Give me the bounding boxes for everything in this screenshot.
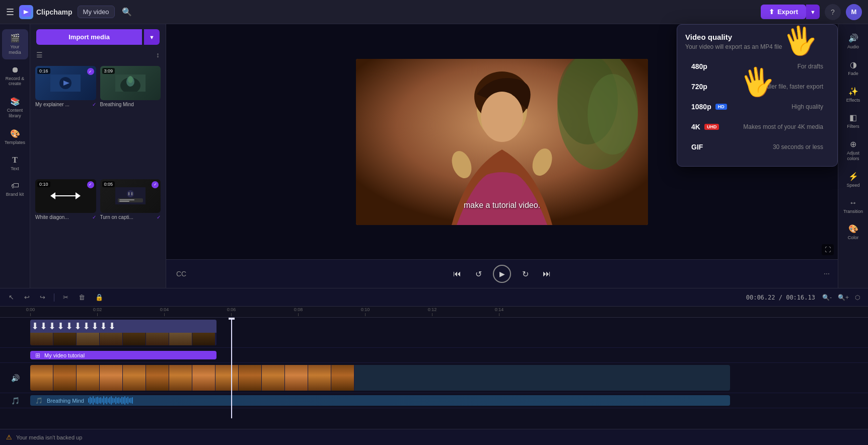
sidebar-item-text[interactable]: T Text <box>2 152 28 176</box>
quality-option-4k[interactable]: 4K UHD Makes most of your 4K media <box>685 118 829 136</box>
templates-icon: 🎨 <box>10 129 20 138</box>
lock-button[interactable]: 🔒 <box>93 292 106 303</box>
video-frame: make a tutorial video. <box>356 59 648 225</box>
import-dropdown-button[interactable]: ▼ <box>144 29 160 45</box>
list-item[interactable]: 3:09 Breathing Mind <box>100 66 161 175</box>
quality-option-720p[interactable]: 720p Smaller file, faster export <box>685 78 829 96</box>
quality-option-gif[interactable]: GIF 30 seconds or less <box>685 138 829 156</box>
import-media-button[interactable]: Import media <box>36 29 142 45</box>
adjust-colors-icon: ⊕ <box>850 139 856 149</box>
list-item[interactable]: 0:10 ✓ White diagon... ✓ <box>35 179 96 288</box>
av-frame <box>239 365 262 391</box>
sidebar-item-record[interactable]: ⏺ Record & create <box>2 61 28 91</box>
media-check-explainer: ✓ <box>87 68 94 75</box>
track-content-video1: ⬇ ⬇ ⬇ ⬇ ⬇ ⬇ ⬇ ⬇ ⬇ ⬇ <box>30 318 868 347</box>
media-thumb-breathing[interactable]: 3:09 <box>100 66 161 100</box>
film-frame <box>192 333 215 346</box>
transition-icon: ↔ <box>849 198 857 207</box>
media-thumb-diagram[interactable]: 0:10 ✓ <box>35 179 96 213</box>
quality-option-1080p[interactable]: 1080p HD High quality <box>685 98 829 116</box>
sidebar-item-adjust-colors[interactable]: ⊕ Adjust colors <box>840 135 866 166</box>
ruler-marks-container: 0:00 0:02 0:04 0:06 0:08 0:10 <box>30 307 868 316</box>
export-dropdown-subtitle: Your video will export as an MP4 file <box>685 43 829 50</box>
sidebar-item-fade[interactable]: ◑ Fade <box>840 56 866 81</box>
zoom-in-button[interactable]: 🔍+ <box>836 293 851 302</box>
project-name-input[interactable]: My video <box>78 6 115 18</box>
select-tool-button[interactable]: ↖ <box>6 292 17 303</box>
export-dropdown-trigger[interactable]: ▼ <box>806 5 820 19</box>
av-frame <box>331 365 354 391</box>
fullscreen-button[interactable]: ⛶ <box>822 244 834 255</box>
music-track-clip[interactable]: 🎵 Breathing Mind <box>30 395 730 406</box>
quality-name-720p: 720p <box>691 83 707 91</box>
filters-icon: ◧ <box>849 113 857 122</box>
skip-back-button[interactable]: ⏮ <box>450 267 464 280</box>
rewind-5s-button[interactable]: ↺ <box>472 267 485 281</box>
track-row-text: ⊞ My video tutorial <box>0 348 868 363</box>
undo-button[interactable]: ↩ <box>22 292 32 303</box>
quality-left-4k: 4K UHD <box>691 123 719 131</box>
sidebar-item-your-media[interactable]: 🎬 Your media <box>2 29 28 59</box>
topbar-left: ☰ Clipchamp My video 🔍 <box>6 5 134 19</box>
record-icon: ⏺ <box>11 65 19 75</box>
export-button[interactable]: ⬆ Export <box>761 5 806 19</box>
sidebar-item-speed[interactable]: ⚡ Speed <box>840 168 866 192</box>
speed-icon: ⚡ <box>848 172 858 181</box>
sidebar-item-templates[interactable]: 🎨 Templates <box>2 125 28 150</box>
video-clip-1[interactable]: ⬇ ⬇ ⬇ ⬇ ⬇ ⬇ ⬇ ⬇ ⬇ ⬇ <box>30 320 216 345</box>
sidebar-item-effects[interactable]: ✨ Effects <box>840 83 866 107</box>
list-item[interactable]: 0:05 ✓ Turn on capti... ✓ <box>100 179 161 288</box>
sort-icon[interactable]: ↕ <box>156 51 160 59</box>
film-frame <box>169 333 192 346</box>
split-button[interactable]: ✂ <box>60 292 71 303</box>
sidebar-item-content-library[interactable]: 📚 Content library <box>2 93 28 123</box>
svg-point-15 <box>127 190 134 197</box>
sidebar-item-filters[interactable]: ◧ Filters <box>840 109 866 133</box>
skip-forward-button[interactable]: ⏭ <box>540 267 554 280</box>
sidebar-item-audio[interactable]: 🔊 Audio <box>840 29 866 54</box>
sidebar-item-brand-kit[interactable]: 🏷 Brand kit <box>2 177 28 201</box>
av-frame <box>100 365 123 391</box>
captions-toggle-button[interactable]: CC <box>174 268 188 280</box>
media-label-caption: Turn on capti... ✓ <box>100 213 161 221</box>
import-btn-row: Import media ▼ <box>36 29 160 45</box>
track-label-video2: 🔊 <box>0 374 30 382</box>
track-content-video2 <box>30 363 868 393</box>
menu-icon[interactable]: ☰ <box>6 7 14 18</box>
media-thumb-explainer[interactable]: 0:16 ✓ <box>35 66 96 100</box>
media-grid: 0:16 ✓ My explainer ... ✓ <box>30 66 166 288</box>
quality-option-480p[interactable]: 480p For drafts <box>685 57 829 76</box>
delete-button[interactable]: 🗑 <box>76 292 88 303</box>
filter-icon[interactable]: ☰ <box>36 51 43 59</box>
more-options-button[interactable]: ⋯ <box>824 270 830 277</box>
media-thumb-caption[interactable]: 0:05 ✓ <box>100 179 161 213</box>
quality-left-480p: 480p <box>691 62 707 70</box>
film-frame <box>146 333 169 346</box>
list-item[interactable]: 0:16 ✓ My explainer ... ✓ <box>35 66 96 175</box>
filmstrip <box>30 333 216 346</box>
redo-button[interactable]: ↪ <box>37 292 48 303</box>
play-button[interactable]: ▶ <box>493 265 511 283</box>
fit-timeline-button[interactable]: ⬡ <box>853 293 862 302</box>
zoom-out-button[interactable]: 🔍- <box>820 293 834 302</box>
subtitle-track-clip[interactable]: ⊞ My video tutorial <box>30 351 216 359</box>
help-button[interactable]: ? <box>825 4 841 20</box>
sidebar-item-color[interactable]: 🎨 Color <box>840 220 866 245</box>
text-icon: T <box>12 156 18 165</box>
person-video-track[interactable] <box>30 365 730 391</box>
forward-5s-button[interactable]: ↻ <box>519 267 532 281</box>
topbar: ☰ Clipchamp My video 🔍 ⬆ Export ▼ ? M <box>0 0 868 24</box>
sidebar-item-transition[interactable]: ↔ Transition <box>840 194 866 218</box>
av-frame <box>308 365 331 391</box>
media-label-explainer: My explainer ... ✓ <box>35 100 96 108</box>
avatar[interactable]: M <box>846 4 862 20</box>
subtitle-track-label: My video tutorial <box>44 352 85 358</box>
search-icon[interactable]: 🔍 <box>120 5 134 19</box>
track-row-video1: ⬇ ⬇ ⬇ ⬇ ⬇ ⬇ ⬇ ⬇ ⬇ ⬇ <box>0 318 868 348</box>
av-frame <box>146 365 169 391</box>
quality-name-1080p: 1080p <box>691 103 711 111</box>
svg-rect-17 <box>131 192 132 195</box>
av-frame <box>285 365 308 391</box>
export-dropdown-title: Video quality <box>685 33 829 41</box>
right-sidebar: 🔊 Audio ◑ Fade ✨ Effects ◧ Filters ⊕ Adj… <box>838 24 868 288</box>
